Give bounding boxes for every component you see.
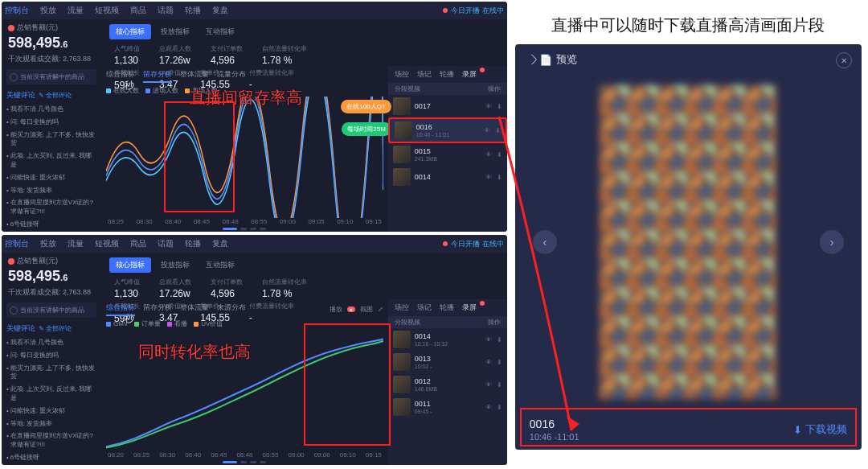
download-button[interactable]: 下载视频 xyxy=(793,422,847,437)
pill-tab[interactable]: 互动指标 xyxy=(199,257,241,273)
nav-item[interactable]: 复盘 xyxy=(212,238,228,249)
nav-item[interactable]: 话题 xyxy=(158,5,174,16)
eye-icon[interactable]: 👁 xyxy=(485,336,492,344)
banner-text: 直播中可以随时下载直播高清画面片段 xyxy=(510,2,866,44)
nav-item[interactable]: 轮播 xyxy=(185,238,201,249)
chart-tab[interactable]: 综合指标 xyxy=(106,69,135,83)
prev-button[interactable]: ‹ xyxy=(533,230,557,254)
eye-icon[interactable]: 👁 xyxy=(485,174,492,181)
pill-tab[interactable]: 核心指标 xyxy=(109,24,151,39)
comment-item: 在直播间里搜到方送VX证的?求做有证?!!! xyxy=(6,431,96,450)
download-icon[interactable]: ⬇ xyxy=(497,359,502,366)
rp-tab[interactable]: 录屏 xyxy=(462,302,477,313)
rp-tab[interactable]: 场记 xyxy=(417,69,432,80)
nav-item[interactable]: 商品 xyxy=(130,5,146,16)
eye-icon[interactable]: 👁 xyxy=(485,404,492,411)
preview-image xyxy=(600,85,776,399)
nav-item[interactable]: 投放 xyxy=(40,238,56,249)
chart-tab[interactable]: 整体流量 xyxy=(180,302,209,316)
nav-item[interactable]: 轮播 xyxy=(185,5,201,16)
tool[interactable]: 播放 xyxy=(330,305,342,314)
clip-item[interactable]: 0014👁⬇ xyxy=(388,166,507,188)
rp-tab[interactable]: 轮播 xyxy=(440,302,454,313)
comment-item: 在直播间里搜到方送VX证的?求做有证?!!! xyxy=(6,198,96,217)
notice: 当前没有讲解中的商品 xyxy=(6,69,96,84)
comment-item: 6号链接呀 xyxy=(6,453,96,463)
download-icon[interactable]: ⬇ xyxy=(497,103,502,110)
download-icon[interactable]: ⬇ xyxy=(497,404,502,411)
nav-item[interactable]: 短视频 xyxy=(95,238,119,249)
eye-icon[interactable]: 👁 xyxy=(484,127,490,134)
chart-canvas-2 xyxy=(106,330,383,451)
nav-item[interactable]: 流量 xyxy=(68,5,84,16)
eye-icon[interactable]: 👁 xyxy=(485,151,492,158)
nav-item[interactable]: 控制台 xyxy=(5,238,29,249)
nav-item[interactable]: 短视频 xyxy=(95,5,119,16)
new-dot-icon xyxy=(480,68,485,72)
chart-tab[interactable]: 留存分析 xyxy=(143,302,172,316)
eye-icon[interactable]: 👁 xyxy=(485,381,492,389)
badge-icon: ● xyxy=(347,306,355,312)
download-icon[interactable]: ⬇ xyxy=(497,151,502,158)
chart-tab[interactable]: 流量分布 xyxy=(217,69,246,83)
comment-item: 我看不清 几号颜色 xyxy=(6,338,96,348)
clip-panel: 场控 场记 轮播 录屏 分段视频操作 0017👁⬇ 001610:46 - 11… xyxy=(388,66,507,232)
notice: 当前没有讲解中的商品 xyxy=(6,302,96,318)
clip-item[interactable]: 0015241.3MB👁⬇ xyxy=(388,143,507,166)
chart-tab[interactable]: 综合指标 xyxy=(106,302,135,316)
tool[interactable]: 截图 xyxy=(360,305,373,314)
nav-item[interactable]: 流量 xyxy=(68,238,84,249)
clip-item[interactable]: 001410:16 - 10:32👁⬇ xyxy=(388,328,507,351)
pill-tab[interactable]: 投放指标 xyxy=(154,257,196,273)
scrub-dots[interactable] xyxy=(106,461,383,463)
clip-item-selected[interactable]: 001610:46 - 11:01👁⬇ xyxy=(388,117,507,143)
expand-icon[interactable]: ⤢ xyxy=(378,306,383,313)
all-comments-link[interactable]: 全部评论 xyxy=(39,324,72,333)
clip-item[interactable]: 001310:02 -👁⬇ xyxy=(388,351,507,373)
chart-tab[interactable]: 来源分布 xyxy=(217,302,246,316)
pill-tab[interactable]: 互动指标 xyxy=(199,24,241,39)
eye-icon[interactable]: 👁 xyxy=(485,359,492,366)
comment-item: 等地: 发货频率 xyxy=(6,419,96,430)
rp-tab[interactable]: 录屏 xyxy=(462,69,477,80)
clip-item[interactable]: 0012146.6MB👁⬇ xyxy=(388,373,507,396)
close-button[interactable]: ✕ xyxy=(836,52,852,68)
metric-tabset: 核心指标 投放指标 互动指标 xyxy=(109,24,507,39)
nav-item[interactable]: 商品 xyxy=(130,238,146,249)
sales-summary: 总销售额(元) 598,495.6 千次观看成交额: 2,763.88 xyxy=(2,253,104,301)
next-button[interactable]: › xyxy=(820,230,844,254)
clip-thumb xyxy=(395,121,412,139)
sales-sub: 千次观看成交额: 2,763.88 xyxy=(8,54,98,64)
comment-item: 我看不清 几号颜色 xyxy=(6,105,96,115)
clip-item[interactable]: 001109:45 -👁⬇ xyxy=(388,396,507,418)
comment-item: 问能快速: 重火浓郁 xyxy=(6,173,96,183)
nav-item[interactable]: 话题 xyxy=(158,238,174,249)
rp-tab[interactable]: 场控 xyxy=(395,69,409,80)
sales-title: 总销售额(元) xyxy=(8,256,98,266)
rp-tab[interactable]: 轮播 xyxy=(440,69,454,80)
sales-sub: 千次观看成交额: 2,763.88 xyxy=(8,287,98,298)
eye-icon[interactable]: 👁 xyxy=(485,103,492,110)
comment-item: 问: 每日变换的吗 xyxy=(6,351,96,361)
sales-summary: 总销售额(元) 598,495.6 千次观看成交额: 2,763.88 xyxy=(2,19,104,68)
nav-item[interactable]: 投放 xyxy=(40,5,56,16)
live-badge: 今日开播 在线中 xyxy=(443,239,504,249)
chart-tab[interactable]: 留存分析 xyxy=(143,69,172,83)
scrub-dots[interactable] xyxy=(106,228,383,230)
all-comments-link[interactable]: 全部评论 xyxy=(39,91,72,100)
chart-tab[interactable]: 整体流量 xyxy=(180,69,209,83)
float-badge: 在线100人QT xyxy=(341,100,391,113)
rp-tab[interactable]: 场控 xyxy=(395,302,409,313)
nav-item[interactable]: 复盘 xyxy=(212,5,228,16)
clip-item[interactable]: 0017👁⬇ xyxy=(388,95,507,117)
rp-tab[interactable]: 场记 xyxy=(417,302,432,313)
pill-tab[interactable]: 核心指标 xyxy=(109,257,151,273)
download-icon[interactable]: ⬇ xyxy=(497,381,502,389)
nav-item[interactable]: 控制台 xyxy=(5,5,29,16)
new-dot-icon xyxy=(480,301,485,306)
download-icon[interactable]: ⬇ xyxy=(497,174,502,181)
download-icon[interactable]: ⬇ xyxy=(497,336,502,344)
comment-item: 6号链接呀 xyxy=(6,220,96,230)
pill-tab[interactable]: 投放指标 xyxy=(154,24,196,39)
download-icon[interactable]: ⬇ xyxy=(495,127,501,134)
